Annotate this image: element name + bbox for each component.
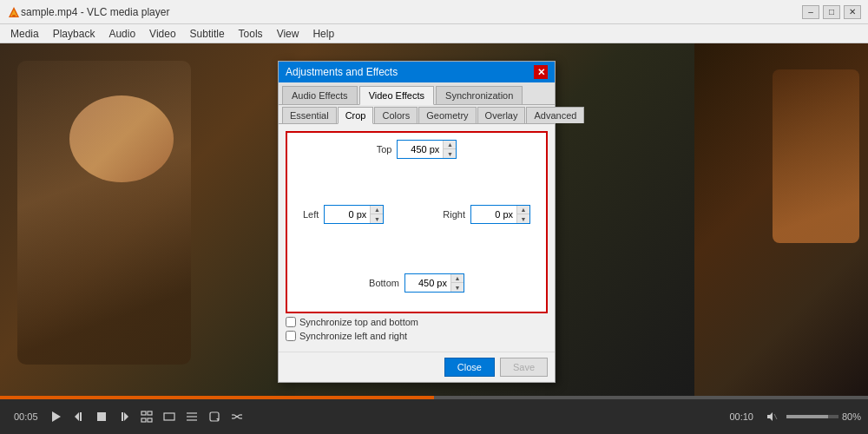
volume-label: 80%: [842, 411, 861, 422]
left-input[interactable]: [325, 207, 370, 221]
left-label: Left: [303, 209, 319, 220]
right-increment-button[interactable]: ▲: [517, 206, 529, 214]
tab-video-effects[interactable]: Video Effects: [359, 86, 434, 105]
titlebar: sample.mp4 - VLC media player – □ ✕: [0, 0, 868, 24]
maximize-button[interactable]: □: [823, 5, 840, 19]
crop-bottom-row: Bottom ▲ ▼: [294, 273, 539, 293]
svg-rect-10: [148, 411, 152, 415]
menu-subtitle[interactable]: Subtitle: [183, 26, 232, 42]
save-button[interactable]: Save: [500, 358, 548, 377]
time-current: 00:05: [14, 411, 38, 422]
bottom-decrement-button[interactable]: ▼: [451, 283, 464, 292]
crop-middle: Left ▲ ▼ Right: [294, 162, 539, 266]
close-button[interactable]: ✕: [844, 5, 861, 19]
time-total: 00:10: [729, 411, 753, 422]
svg-rect-5: [80, 412, 82, 421]
svg-rect-13: [164, 413, 174, 420]
window-controls: – □ ✕: [802, 5, 861, 19]
top-increment-button[interactable]: ▲: [444, 141, 456, 149]
svg-marker-4: [75, 412, 79, 421]
top-label: Top: [377, 144, 392, 155]
crop-top-row: Top ▲ ▼: [294, 140, 539, 159]
dialog-content: Top ▲ ▼ Left: [279, 124, 555, 352]
right-label: Right: [443, 209, 465, 220]
right-decrement-button[interactable]: ▼: [517, 214, 529, 223]
dialog-main-tabs: Audio Effects Video Effects Synchronizat…: [279, 82, 555, 105]
top-spinbox[interactable]: ▲ ▼: [397, 140, 457, 159]
loop-button[interactable]: [205, 407, 224, 426]
bottom-input[interactable]: [405, 276, 450, 290]
subtab-overlay[interactable]: Overlay: [477, 107, 526, 123]
menu-audio[interactable]: Audio: [102, 26, 142, 42]
subtab-geometry[interactable]: Geometry: [418, 107, 476, 123]
tab-synchronization[interactable]: Synchronization: [436, 86, 523, 104]
playlist-button[interactable]: [182, 407, 201, 426]
dialog-titlebar: Adjustments and Effects ✕: [279, 62, 555, 82]
menu-help[interactable]: Help: [306, 26, 341, 42]
menu-video[interactable]: Video: [142, 26, 182, 42]
left-decrement-button[interactable]: ▼: [371, 214, 383, 223]
close-button[interactable]: Close: [444, 358, 495, 377]
crop-panel: Top ▲ ▼ Left: [286, 131, 548, 313]
volume-area: 80%: [760, 407, 861, 426]
window-title: sample.mp4 - VLC media player: [21, 6, 802, 18]
top-input[interactable]: [398, 142, 443, 156]
svg-rect-9: [141, 411, 146, 415]
subtab-crop[interactable]: Crop: [338, 107, 374, 124]
video-effects-sub-tabs: Essential Crop Colors Geometry Overlay A…: [279, 105, 555, 124]
right-spinbox-buttons: ▲ ▼: [516, 206, 529, 223]
svg-marker-24: [767, 412, 773, 421]
shuffle-button[interactable]: [227, 407, 247, 426]
dialog-close-button[interactable]: ✕: [534, 65, 548, 79]
video-right: [694, 43, 868, 399]
volume-fill: [786, 415, 828, 418]
left-spinbox-buttons: ▲ ▼: [370, 206, 383, 223]
sync-left-right-checkbox[interactable]: [286, 331, 296, 341]
menu-playback[interactable]: Playback: [46, 26, 102, 42]
bottom-spinbox-buttons: ▲ ▼: [450, 274, 464, 292]
subtab-essential[interactable]: Essential: [282, 107, 337, 123]
left-spinbox[interactable]: ▲ ▼: [324, 205, 384, 224]
top-spinbox-buttons: ▲ ▼: [443, 141, 456, 158]
menu-media[interactable]: Media: [3, 26, 46, 42]
svg-rect-8: [122, 412, 123, 421]
crop-right-group: Right ▲ ▼: [443, 205, 530, 224]
svg-marker-7: [124, 412, 128, 421]
adjustments-effects-dialog: Adjustments and Effects ✕ Audio Effects …: [278, 61, 556, 383]
bottom-increment-button[interactable]: ▲: [451, 274, 464, 283]
tab-audio-effects[interactable]: Audio Effects: [282, 86, 358, 104]
vlc-icon: [7, 5, 21, 19]
menu-view[interactable]: View: [270, 26, 306, 42]
svg-rect-12: [148, 418, 152, 422]
svg-line-25: [774, 414, 777, 419]
sync-left-right-label: Synchronize left and right: [299, 331, 407, 341]
prev-button[interactable]: [69, 407, 89, 426]
controls-bar: 00:05: [0, 399, 868, 434]
bottom-label: Bottom: [369, 278, 399, 288]
right-input[interactable]: [471, 207, 516, 221]
dialog-title: Adjustments and Effects: [286, 66, 534, 78]
minimize-button[interactable]: –: [802, 5, 819, 19]
crop-left-group: Left ▲ ▼: [303, 205, 384, 224]
next-button[interactable]: [115, 407, 134, 426]
bottom-spinbox[interactable]: ▲ ▼: [404, 273, 464, 293]
play-button[interactable]: [47, 407, 66, 426]
sync-top-bottom-checkbox[interactable]: [286, 317, 296, 327]
aspect-button[interactable]: [160, 407, 179, 426]
menu-tools[interactable]: Tools: [232, 26, 270, 42]
svg-rect-6: [97, 412, 106, 421]
top-decrement-button[interactable]: ▼: [444, 149, 456, 158]
subtab-advanced[interactable]: Advanced: [526, 107, 584, 123]
right-spinbox[interactable]: ▲ ▼: [470, 205, 530, 224]
menubar: Media Playback Audio Video Subtitle Tool…: [0, 24, 868, 43]
volume-bar[interactable]: [786, 415, 838, 418]
stop-button[interactable]: [92, 407, 111, 426]
volume-icon[interactable]: [762, 407, 781, 426]
left-increment-button[interactable]: ▲: [371, 206, 383, 214]
sync-top-bottom-row: Synchronize top and bottom: [286, 317, 548, 327]
fullscreen-button[interactable]: [137, 407, 156, 426]
svg-rect-2: [12, 15, 16, 16]
sync-top-bottom-label: Synchronize top and bottom: [299, 317, 418, 327]
subtab-colors[interactable]: Colors: [374, 107, 418, 123]
svg-rect-11: [141, 418, 146, 422]
